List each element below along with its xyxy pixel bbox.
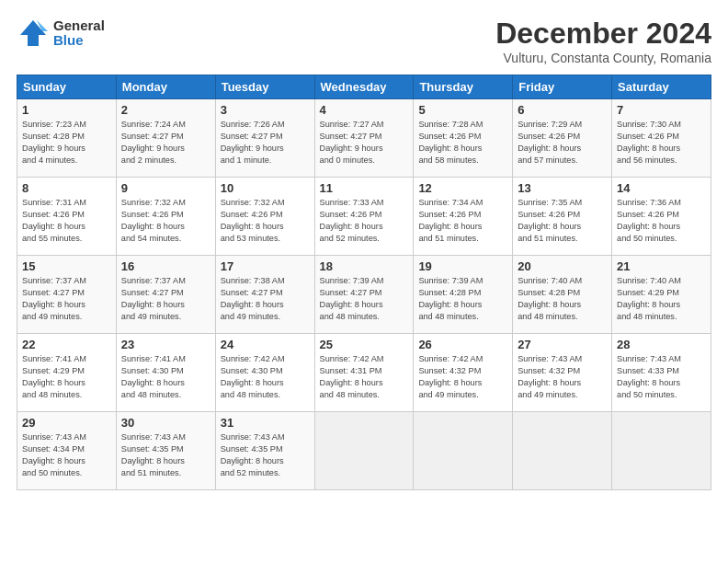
table-row: 8Sunrise: 7:31 AM Sunset: 4:26 PM Daylig… [17,178,117,256]
day-info: Sunrise: 7:43 AM Sunset: 4:32 PM Dayligh… [518,354,582,399]
table-row: 20Sunrise: 7:40 AM Sunset: 4:28 PM Dayli… [513,256,612,334]
table-row [513,412,612,490]
day-number: 9 [121,181,210,195]
day-number: 17 [221,259,310,273]
day-info: Sunrise: 7:35 AM Sunset: 4:26 PM Dayligh… [518,198,582,243]
day-number: 24 [221,338,310,351]
day-info: Sunrise: 7:42 AM Sunset: 4:31 PM Dayligh… [320,354,384,399]
calendar-table: SundayMondayTuesdayWednesdayThursdayFrid… [17,75,711,490]
table-row: 14Sunrise: 7:36 AM Sunset: 4:26 PM Dayli… [612,178,711,256]
table-row: 2Sunrise: 7:24 AM Sunset: 4:27 PM Daylig… [116,99,215,178]
calendar-week-5: 29Sunrise: 7:43 AM Sunset: 4:34 PM Dayli… [17,412,711,490]
weekday-monday: Monday [116,75,215,99]
calendar-week-4: 22Sunrise: 7:41 AM Sunset: 4:29 PM Dayli… [17,334,711,412]
table-row: 27Sunrise: 7:43 AM Sunset: 4:32 PM Dayli… [513,334,612,412]
title-area: December 2024 Vulturu, Constanta County,… [495,17,711,65]
day-info: Sunrise: 7:27 AM Sunset: 4:27 PM Dayligh… [320,120,384,165]
day-number: 6 [518,103,607,117]
weekday-thursday: Thursday [414,75,513,99]
day-info: Sunrise: 7:40 AM Sunset: 4:28 PM Dayligh… [518,276,582,321]
day-info: Sunrise: 7:43 AM Sunset: 4:34 PM Dayligh… [22,432,86,477]
day-number: 27 [518,338,607,351]
day-number: 5 [418,103,507,117]
day-number: 14 [617,181,706,195]
day-number: 25 [320,338,409,351]
weekday-tuesday: Tuesday [215,75,314,99]
weekday-header-row: SundayMondayTuesdayWednesdayThursdayFrid… [17,75,711,99]
table-row: 15Sunrise: 7:37 AM Sunset: 4:27 PM Dayli… [17,256,117,334]
table-row [414,412,513,490]
day-number: 20 [518,259,607,273]
table-row: 24Sunrise: 7:42 AM Sunset: 4:30 PM Dayli… [215,334,314,412]
table-row [314,412,414,490]
table-row: 26Sunrise: 7:42 AM Sunset: 4:32 PM Dayli… [414,334,513,412]
calendar-body: 1Sunrise: 7:23 AM Sunset: 4:28 PM Daylig… [17,99,711,490]
day-number: 31 [221,416,310,430]
day-info: Sunrise: 7:37 AM Sunset: 4:27 PM Dayligh… [121,276,186,321]
day-info: Sunrise: 7:43 AM Sunset: 4:33 PM Dayligh… [617,354,681,399]
day-info: Sunrise: 7:29 AM Sunset: 4:26 PM Dayligh… [518,120,582,165]
day-number: 23 [121,338,210,351]
day-number: 8 [22,181,111,195]
day-number: 22 [22,338,111,351]
table-row: 18Sunrise: 7:39 AM Sunset: 4:27 PM Dayli… [314,256,414,334]
day-number: 11 [320,181,409,195]
table-row: 29Sunrise: 7:43 AM Sunset: 4:34 PM Dayli… [17,412,117,490]
weekday-friday: Friday [513,75,612,99]
day-number: 29 [22,416,111,430]
table-row: 12Sunrise: 7:34 AM Sunset: 4:26 PM Dayli… [414,178,513,256]
table-row: 13Sunrise: 7:35 AM Sunset: 4:26 PM Dayli… [513,178,612,256]
table-row: 22Sunrise: 7:41 AM Sunset: 4:29 PM Dayli… [17,334,117,412]
table-row: 17Sunrise: 7:38 AM Sunset: 4:27 PM Dayli… [215,256,314,334]
calendar-week-2: 8Sunrise: 7:31 AM Sunset: 4:26 PM Daylig… [17,178,711,256]
table-row: 6Sunrise: 7:29 AM Sunset: 4:26 PM Daylig… [513,99,612,178]
logo-icon [17,17,50,50]
table-row: 5Sunrise: 7:28 AM Sunset: 4:26 PM Daylig… [414,99,513,178]
table-row: 30Sunrise: 7:43 AM Sunset: 4:35 PM Dayli… [116,412,215,490]
day-number: 19 [418,259,507,273]
day-info: Sunrise: 7:32 AM Sunset: 4:26 PM Dayligh… [221,198,285,243]
day-number: 26 [418,338,507,351]
day-info: Sunrise: 7:42 AM Sunset: 4:30 PM Dayligh… [221,354,285,399]
table-row: 19Sunrise: 7:39 AM Sunset: 4:28 PM Dayli… [414,256,513,334]
calendar-week-3: 15Sunrise: 7:37 AM Sunset: 4:27 PM Dayli… [17,256,711,334]
day-info: Sunrise: 7:39 AM Sunset: 4:28 PM Dayligh… [418,276,483,321]
table-row: 9Sunrise: 7:32 AM Sunset: 4:26 PM Daylig… [116,178,215,256]
day-info: Sunrise: 7:42 AM Sunset: 4:32 PM Dayligh… [418,354,483,399]
day-number: 12 [418,181,507,195]
day-info: Sunrise: 7:38 AM Sunset: 4:27 PM Dayligh… [221,276,285,321]
day-info: Sunrise: 7:31 AM Sunset: 4:26 PM Dayligh… [22,198,86,243]
day-number: 18 [320,259,409,273]
day-info: Sunrise: 7:33 AM Sunset: 4:26 PM Dayligh… [320,198,384,243]
day-number: 1 [22,103,111,117]
day-number: 28 [617,338,706,351]
day-info: Sunrise: 7:41 AM Sunset: 4:29 PM Dayligh… [22,354,86,399]
table-row: 4Sunrise: 7:27 AM Sunset: 4:27 PM Daylig… [314,99,414,178]
calendar-week-1: 1Sunrise: 7:23 AM Sunset: 4:28 PM Daylig… [17,99,711,178]
day-info: Sunrise: 7:32 AM Sunset: 4:26 PM Dayligh… [121,198,186,243]
weekday-wednesday: Wednesday [314,75,414,99]
day-info: Sunrise: 7:43 AM Sunset: 4:35 PM Dayligh… [221,432,285,477]
table-row: 25Sunrise: 7:42 AM Sunset: 4:31 PM Dayli… [314,334,414,412]
day-info: Sunrise: 7:36 AM Sunset: 4:26 PM Dayligh… [617,198,681,243]
weekday-saturday: Saturday [612,75,711,99]
page-header: General Blue December 2024 Vulturu, Cons… [17,17,711,65]
logo-blue-text: Blue [53,33,105,49]
day-number: 30 [121,416,210,430]
table-row: 11Sunrise: 7:33 AM Sunset: 4:26 PM Dayli… [314,178,414,256]
day-number: 10 [221,181,310,195]
day-number: 21 [617,259,706,273]
day-info: Sunrise: 7:41 AM Sunset: 4:30 PM Dayligh… [121,354,186,399]
day-info: Sunrise: 7:39 AM Sunset: 4:27 PM Dayligh… [320,276,384,321]
logo: General Blue [17,17,105,50]
day-number: 4 [320,103,409,117]
day-info: Sunrise: 7:37 AM Sunset: 4:27 PM Dayligh… [22,276,86,321]
table-row [612,412,711,490]
day-info: Sunrise: 7:43 AM Sunset: 4:35 PM Dayligh… [121,432,186,477]
day-info: Sunrise: 7:24 AM Sunset: 4:27 PM Dayligh… [121,120,186,165]
table-row: 23Sunrise: 7:41 AM Sunset: 4:30 PM Dayli… [116,334,215,412]
day-number: 15 [22,259,111,273]
table-row: 1Sunrise: 7:23 AM Sunset: 4:28 PM Daylig… [17,99,117,178]
day-number: 16 [121,259,210,273]
location-subtitle: Vulturu, Constanta County, Romania [495,51,711,65]
